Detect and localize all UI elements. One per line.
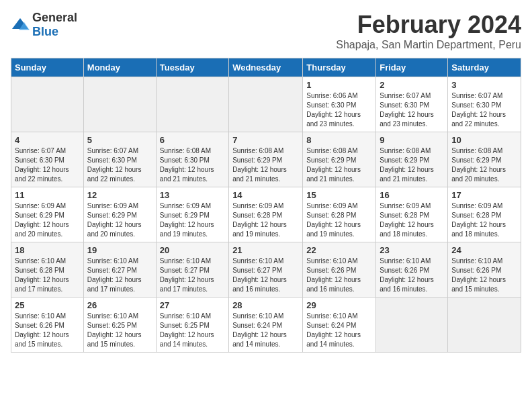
- calendar-cell: 15Sunrise: 6:09 AMSunset: 6:28 PMDayligh…: [303, 187, 376, 242]
- day-info: Sunrise: 6:10 AMSunset: 6:27 PMDaylight:…: [232, 257, 299, 294]
- calendar-cell: 5Sunrise: 6:07 AMSunset: 6:30 PMDaylight…: [83, 132, 156, 187]
- calendar-cell: [156, 77, 228, 132]
- day-number: 28: [232, 300, 299, 310]
- weekday-header-saturday: Saturday: [448, 58, 521, 77]
- day-number: 16: [380, 190, 444, 200]
- day-number: 13: [160, 190, 225, 200]
- day-number: 4: [15, 135, 80, 145]
- day-info: Sunrise: 6:10 AMSunset: 6:24 PMDaylight:…: [232, 312, 299, 349]
- day-info: Sunrise: 6:09 AMSunset: 6:28 PMDaylight:…: [380, 201, 444, 239]
- day-info: Sunrise: 6:09 AMSunset: 6:29 PMDaylight:…: [160, 201, 225, 239]
- calendar-week-5: 25Sunrise: 6:10 AMSunset: 6:26 PMDayligh…: [11, 298, 521, 353]
- day-number: 14: [232, 190, 299, 200]
- calendar-cell: 9Sunrise: 6:08 AMSunset: 6:29 PMDaylight…: [376, 132, 448, 187]
- day-info: Sunrise: 6:07 AMSunset: 6:30 PMDaylight:…: [380, 91, 444, 129]
- calendar-cell: [83, 77, 156, 132]
- calendar-cell: 28Sunrise: 6:10 AMSunset: 6:24 PMDayligh…: [229, 298, 303, 353]
- logo-text: General Blue: [32, 11, 77, 39]
- day-info: Sunrise: 6:07 AMSunset: 6:30 PMDaylight:…: [87, 146, 152, 184]
- weekday-header-friday: Friday: [376, 58, 448, 77]
- calendar-cell: 8Sunrise: 6:08 AMSunset: 6:29 PMDaylight…: [303, 132, 376, 187]
- calendar-cell: 20Sunrise: 6:10 AMSunset: 6:27 PMDayligh…: [156, 242, 228, 298]
- calendar-week-2: 4Sunrise: 6:07 AMSunset: 6:30 PMDaylight…: [11, 132, 521, 187]
- day-info: Sunrise: 6:10 AMSunset: 6:27 PMDaylight:…: [87, 257, 152, 294]
- day-number: 25: [15, 300, 80, 310]
- day-number: 10: [451, 135, 517, 145]
- day-info: Sunrise: 6:07 AMSunset: 6:30 PMDaylight:…: [451, 91, 517, 129]
- calendar-cell: [11, 77, 84, 132]
- day-info: Sunrise: 6:10 AMSunset: 6:26 PMDaylight:…: [306, 257, 372, 294]
- calendar-week-1: 1Sunrise: 6:06 AMSunset: 6:30 PMDaylight…: [11, 77, 521, 132]
- day-number: 12: [87, 190, 152, 200]
- month-title: February 2024: [336, 11, 521, 39]
- day-number: 9: [380, 135, 444, 145]
- day-info: Sunrise: 6:09 AMSunset: 6:28 PMDaylight:…: [306, 201, 372, 239]
- calendar-cell: 11Sunrise: 6:09 AMSunset: 6:29 PMDayligh…: [11, 187, 84, 242]
- header-area: General Blue February 2024 Shapaja, San …: [11, 11, 521, 51]
- day-number: 22: [306, 245, 372, 255]
- day-info: Sunrise: 6:09 AMSunset: 6:29 PMDaylight:…: [15, 201, 80, 239]
- calendar-cell: [229, 77, 303, 132]
- weekday-header-wednesday: Wednesday: [229, 58, 303, 77]
- day-number: 17: [451, 190, 517, 200]
- logo-icon: [11, 15, 30, 34]
- day-info: Sunrise: 6:08 AMSunset: 6:29 PMDaylight:…: [232, 146, 299, 184]
- day-number: 29: [306, 300, 372, 310]
- weekday-header-sunday: Sunday: [11, 58, 84, 77]
- weekday-header-row: SundayMondayTuesdayWednesdayThursdayFrid…: [11, 58, 521, 77]
- calendar-cell: 12Sunrise: 6:09 AMSunset: 6:29 PMDayligh…: [83, 187, 156, 242]
- day-info: Sunrise: 6:09 AMSunset: 6:28 PMDaylight:…: [232, 201, 299, 239]
- calendar-cell: 13Sunrise: 6:09 AMSunset: 6:29 PMDayligh…: [156, 187, 228, 242]
- day-info: Sunrise: 6:08 AMSunset: 6:29 PMDaylight:…: [451, 146, 517, 184]
- day-number: 19: [87, 245, 152, 255]
- day-number: 24: [451, 245, 517, 255]
- day-number: 3: [451, 80, 517, 90]
- calendar-cell: [448, 298, 521, 353]
- day-number: 23: [380, 245, 444, 255]
- weekday-header-tuesday: Tuesday: [156, 58, 228, 77]
- day-info: Sunrise: 6:10 AMSunset: 6:24 PMDaylight:…: [306, 312, 372, 349]
- calendar-cell: 4Sunrise: 6:07 AMSunset: 6:30 PMDaylight…: [11, 132, 84, 187]
- location-title: Shapaja, San Martin Department, Peru: [336, 39, 521, 51]
- day-info: Sunrise: 6:10 AMSunset: 6:27 PMDaylight:…: [160, 257, 225, 294]
- calendar-cell: 2Sunrise: 6:07 AMSunset: 6:30 PMDaylight…: [376, 77, 448, 132]
- calendar-cell: 21Sunrise: 6:10 AMSunset: 6:27 PMDayligh…: [229, 242, 303, 298]
- weekday-header-thursday: Thursday: [303, 58, 376, 77]
- day-number: 21: [232, 245, 299, 255]
- calendar-cell: 18Sunrise: 6:10 AMSunset: 6:28 PMDayligh…: [11, 242, 84, 298]
- day-number: 18: [15, 245, 80, 255]
- day-number: 2: [380, 80, 444, 90]
- day-number: 27: [160, 300, 225, 310]
- calendar-cell: 27Sunrise: 6:10 AMSunset: 6:25 PMDayligh…: [156, 298, 228, 353]
- calendar-cell: 26Sunrise: 6:10 AMSunset: 6:25 PMDayligh…: [83, 298, 156, 353]
- day-number: 8: [306, 135, 372, 145]
- calendar-cell: 22Sunrise: 6:10 AMSunset: 6:26 PMDayligh…: [303, 242, 376, 298]
- day-number: 11: [15, 190, 80, 200]
- calendar-cell: 19Sunrise: 6:10 AMSunset: 6:27 PMDayligh…: [83, 242, 156, 298]
- logo-general: General: [32, 11, 77, 24]
- day-info: Sunrise: 6:10 AMSunset: 6:28 PMDaylight:…: [15, 257, 80, 294]
- calendar-cell: 14Sunrise: 6:09 AMSunset: 6:28 PMDayligh…: [229, 187, 303, 242]
- calendar-cell: 16Sunrise: 6:09 AMSunset: 6:28 PMDayligh…: [376, 187, 448, 242]
- day-info: Sunrise: 6:10 AMSunset: 6:25 PMDaylight:…: [87, 312, 152, 349]
- day-number: 26: [87, 300, 152, 310]
- day-number: 5: [87, 135, 152, 145]
- day-number: 6: [160, 135, 225, 145]
- calendar-cell: 17Sunrise: 6:09 AMSunset: 6:28 PMDayligh…: [448, 187, 521, 242]
- calendar-cell: 7Sunrise: 6:08 AMSunset: 6:29 PMDaylight…: [229, 132, 303, 187]
- day-info: Sunrise: 6:09 AMSunset: 6:28 PMDaylight:…: [451, 201, 517, 239]
- day-info: Sunrise: 6:08 AMSunset: 6:29 PMDaylight:…: [380, 146, 444, 184]
- logo: General Blue: [11, 11, 77, 39]
- weekday-header-monday: Monday: [83, 58, 156, 77]
- title-area: February 2024 Shapaja, San Martin Depart…: [336, 11, 521, 51]
- calendar-cell: 29Sunrise: 6:10 AMSunset: 6:24 PMDayligh…: [303, 298, 376, 353]
- calendar-cell: 6Sunrise: 6:08 AMSunset: 6:30 PMDaylight…: [156, 132, 228, 187]
- day-info: Sunrise: 6:06 AMSunset: 6:30 PMDaylight:…: [306, 91, 372, 129]
- day-info: Sunrise: 6:07 AMSunset: 6:30 PMDaylight:…: [15, 146, 80, 184]
- day-info: Sunrise: 6:10 AMSunset: 6:25 PMDaylight:…: [160, 312, 225, 349]
- day-info: Sunrise: 6:10 AMSunset: 6:26 PMDaylight:…: [380, 257, 444, 294]
- day-info: Sunrise: 6:10 AMSunset: 6:26 PMDaylight:…: [451, 257, 517, 294]
- calendar-cell: 3Sunrise: 6:07 AMSunset: 6:30 PMDaylight…: [448, 77, 521, 132]
- calendar-week-4: 18Sunrise: 6:10 AMSunset: 6:28 PMDayligh…: [11, 242, 521, 298]
- calendar-cell: 23Sunrise: 6:10 AMSunset: 6:26 PMDayligh…: [376, 242, 448, 298]
